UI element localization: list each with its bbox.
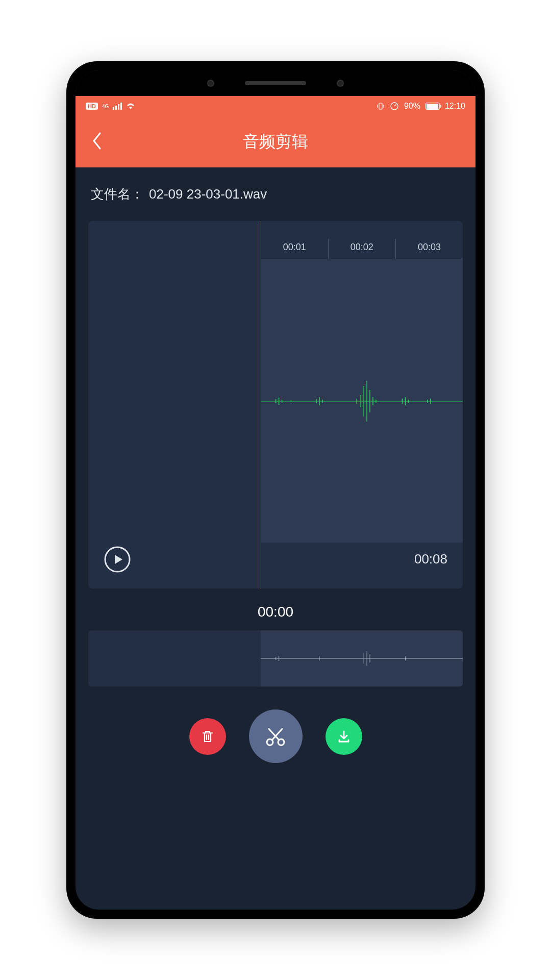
timeline-tick: 00:03 [395,239,463,259]
save-button[interactable] [325,718,362,755]
battery-percent: 90% [404,102,420,111]
speaker-icon [245,81,306,85]
waveform-display[interactable] [261,259,463,543]
scissors-icon [262,723,289,750]
phone-frame: HD 4G 90% 12:10 [66,61,485,919]
waveform-editor[interactable]: 00:01 00:02 00:03 [88,221,463,589]
app-header: 音频剪辑 [76,116,475,167]
chevron-left-icon [91,131,102,151]
notch [76,70,475,96]
current-time: 00:00 [88,604,463,620]
signal-icon [113,103,122,110]
svg-line-4 [394,104,396,106]
trash-icon [199,728,216,745]
battery-icon [425,103,440,110]
camera-icon [207,80,214,87]
waveform-svg [261,376,463,427]
network-label: 4G [102,104,109,109]
mini-waveform[interactable] [88,630,463,687]
timeline-tick: 00:02 [328,239,395,259]
status-bar: HD 4G 90% 12:10 [76,96,475,116]
download-icon [335,728,353,745]
timeline-ruler: 00:01 00:02 00:03 [261,239,463,259]
filename-row: 文件名： 02-09 23-03-01.wav [88,180,463,208]
vibrate-icon [377,102,385,110]
phone-screen: HD 4G 90% 12:10 [76,70,475,910]
back-button[interactable] [91,131,102,153]
speed-icon [390,102,399,111]
timeline-tick: 00:01 [261,239,328,259]
tick-label: 00:03 [418,242,441,253]
action-toolbar [88,709,463,763]
page-title: 音频剪辑 [91,131,460,153]
mini-waveform-svg [261,648,463,669]
play-button[interactable] [104,546,131,573]
camera-icon [337,80,344,87]
filename-value: 02-09 23-03-01.wav [149,186,267,202]
cut-button[interactable] [249,709,303,763]
status-left: HD 4G [86,103,135,110]
delete-button[interactable] [189,718,226,755]
tick-label: 00:02 [350,242,373,253]
tick-label: 00:01 [283,242,306,253]
mini-wave-region [261,630,463,687]
play-icon [104,546,131,573]
status-right: 90% 12:10 [377,102,465,111]
filename-label: 文件名： [91,185,144,203]
duration-label: 00:08 [414,551,447,567]
hd-badge: HD [86,103,98,110]
status-time: 12:10 [445,102,465,111]
svg-rect-0 [379,103,382,109]
content-area: 文件名： 02-09 23-03-01.wav 00:01 00:02 00:0… [76,167,475,910]
playhead-marker[interactable] [261,221,261,589]
wifi-icon [126,103,135,110]
